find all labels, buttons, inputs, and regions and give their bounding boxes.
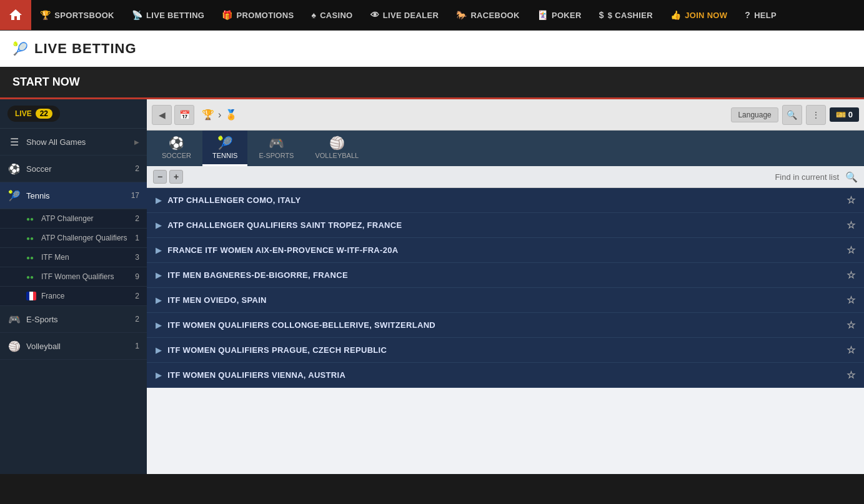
nav-racebook[interactable]: 🐎 RACEBOOK (447, 0, 529, 30)
tab-esports[interactable]: 🎮 E-Sports (249, 131, 304, 166)
itf-women-qualifiers-dot: ●● (26, 273, 36, 280)
table-row[interactable]: ▶ ITF MEN OVIEDO, SPAIN ☆ (147, 288, 864, 313)
live-betting-icon: 📡 (132, 10, 142, 20)
table-row[interactable]: ▶ ITF WOMEN QUALIFIERS COLLONGE-BELLERIV… (147, 313, 864, 338)
tennis-icon: 🎾 (7, 189, 21, 202)
bet-count-badge[interactable]: 🎫 0 (830, 107, 859, 122)
sportsbook-icon: 🏆 (40, 10, 51, 20)
nav-poker[interactable]: 🃏 POKER (529, 0, 590, 30)
more-options-button[interactable]: ⋮ (806, 105, 826, 125)
table-row[interactable]: ▶ ITF WOMEN QUALIFIERS VIENNA, AUSTRIA ☆ (147, 363, 864, 388)
favorite-star-icon[interactable]: ☆ (847, 219, 855, 231)
nav-live-betting[interactable]: 📡 LIVE BETTING (123, 0, 213, 30)
sidebar-item-soccer[interactable]: ⚽ Soccer 2 (0, 156, 147, 182)
page-title: LIVE BETTING (34, 41, 137, 57)
expand-button[interactable]: + (169, 170, 183, 184)
nav-live-dealer[interactable]: 👁 LIVE DEALER (362, 0, 448, 30)
tennis-tab-icon: 🎾 (217, 136, 233, 151)
language-button[interactable]: Language (731, 107, 778, 122)
search-button[interactable]: 🔍 (782, 105, 802, 125)
table-row[interactable]: ▶ ITF MEN BAGNERES-DE-BIGORRE, FRANCE ☆ (147, 263, 864, 288)
top-nav: 🏆 SPORTSBOOK 📡 LIVE BETTING 🎁 PROMOTIONS… (0, 0, 864, 31)
table-row[interactable]: ▶ FRANCE ITF WOMEN AIX-EN-PROVENCE W-ITF… (147, 238, 864, 263)
sidebar-sub-itf-men[interactable]: ●● ITF Men 3 (0, 248, 147, 267)
table-row[interactable]: ▶ ATP CHALLENGER QUALIFIERS SAINT TROPEZ… (147, 213, 864, 238)
breadcrumb-trophy-icon: 🏆 (202, 109, 214, 121)
favorite-star-icon[interactable]: ☆ (847, 294, 855, 306)
favorite-star-icon[interactable]: ☆ (847, 369, 855, 381)
tab-soccer[interactable]: ⚽ Soccer (152, 131, 201, 166)
breadcrumb-separator: › (218, 109, 221, 121)
calendar-button[interactable]: 📅 (174, 105, 194, 125)
live-label: Live (15, 109, 32, 118)
nav-promotions[interactable]: 🎁 PROMOTIONS (213, 0, 302, 30)
show-all-games-icon: ☰ (7, 135, 21, 149)
find-search-icon[interactable]: 🔍 (845, 171, 858, 183)
breadcrumb-tennis-icon: 🏅 (225, 109, 237, 121)
sidebar-item-volleyball[interactable]: 🏐 Volleyball 1 (0, 333, 147, 360)
nav-cashier[interactable]: $ $ CASHIER (590, 0, 662, 30)
row-arrow-icon: ▶ (156, 221, 161, 230)
sidebar: Live 22 ☰ Show All Games ▶ ⚽ Soccer 2 🎾 … (0, 99, 147, 474)
sport-tabs: ⚽ Soccer 🎾 Tennis 🎮 E-Sports 🏐 Volleybal… (147, 131, 864, 166)
live-count: 22 (36, 109, 52, 119)
poker-icon: 🃏 (537, 10, 548, 20)
nav-sportsbook[interactable]: 🏆 SPORTSBOOK (31, 0, 123, 30)
favorite-star-icon[interactable]: ☆ (847, 244, 855, 256)
row-arrow-icon: ▶ (156, 321, 161, 330)
soccer-tab-icon: ⚽ (169, 136, 184, 151)
soccer-icon: ⚽ (7, 162, 21, 175)
sidebar-sub-france[interactable]: France 2 (0, 287, 147, 306)
sidebar-item-tennis[interactable]: 🎾 Tennis 17 (0, 182, 147, 209)
table-row[interactable]: ▶ ATP CHALLENGER COMO, ITALY ☆ (147, 188, 864, 213)
main-content: Live 22 ☰ Show All Games ▶ ⚽ Soccer 2 🎾 … (0, 99, 864, 474)
back-button[interactable]: ◀ (152, 105, 172, 125)
toolbar-right: Language 🔍 ⋮ 🎫 0 (731, 105, 859, 125)
favorite-star-icon[interactable]: ☆ (847, 269, 855, 281)
live-badge: Live 22 (7, 106, 60, 122)
atp-challenger-dot: ●● (26, 215, 36, 222)
esports-tab-icon: 🎮 (269, 136, 284, 151)
live-dealer-icon: 👁 (370, 10, 379, 20)
nav-help[interactable]: ? HELP (736, 0, 785, 30)
sidebar-sub-atp-challenger[interactable]: ●● ATP Challenger 2 (0, 209, 147, 229)
live-betting-header-icon: 🎾 (12, 41, 28, 56)
list-controls: − + Find in current list 🔍 (147, 166, 864, 188)
join-now-icon: 👍 (670, 10, 681, 20)
home-button[interactable] (0, 0, 31, 30)
favorite-star-icon[interactable]: ☆ (847, 194, 855, 206)
start-now-banner: START NOW (0, 67, 864, 99)
table-row[interactable]: ▶ ITF WOMEN QUALIFIERS PRAGUE, CZECH REP… (147, 338, 864, 363)
tab-tennis[interactable]: 🎾 Tennis (202, 131, 247, 166)
volleyball-tab-icon: 🏐 (329, 136, 345, 151)
live-badge-container: Live 22 (0, 99, 147, 129)
row-arrow-icon: ▶ (156, 346, 161, 355)
match-list: ▶ ATP CHALLENGER COMO, ITALY ☆ ▶ ATP CHA… (147, 188, 864, 474)
collapse-button[interactable]: − (153, 170, 167, 184)
right-panel: ◀ 📅 🏆 › 🏅 Language 🔍 ⋮ 🎫 0 (147, 99, 864, 474)
row-arrow-icon: ▶ (156, 371, 161, 380)
help-icon: ? (745, 10, 750, 20)
casino-icon: ♠ (311, 10, 316, 20)
nav-join-now[interactable]: 👍 JOIN NOW (662, 0, 736, 30)
bet-slip-icon: 🎫 (836, 110, 846, 119)
sidebar-item-esports[interactable]: 🎮 E-Sports 2 (0, 306, 147, 333)
row-arrow-icon: ▶ (156, 296, 161, 305)
atp-qualifier-dot: ●● (26, 234, 36, 242)
sidebar-sub-itf-women-qualifiers[interactable]: ●● ITF Women Qualifiers 9 (0, 267, 147, 287)
sidebar-sub-atp-qualifier[interactable]: ●● ATP Challenger Qualifiers 1 (0, 229, 147, 248)
volleyball-icon: 🏐 (7, 339, 21, 353)
tab-volleyball[interactable]: 🏐 Volleyball (305, 131, 369, 166)
esports-icon: 🎮 (7, 312, 21, 326)
show-all-arrow-icon: ▶ (134, 139, 139, 146)
favorite-star-icon[interactable]: ☆ (847, 344, 855, 356)
nav-casino[interactable]: ♠ CASINO (302, 0, 361, 30)
show-all-games-item[interactable]: ☰ Show All Games ▶ (0, 129, 147, 156)
toolbar: ◀ 📅 🏆 › 🏅 Language 🔍 ⋮ 🎫 0 (147, 99, 864, 131)
favorite-star-icon[interactable]: ☆ (847, 319, 855, 331)
cashier-icon: $ (599, 10, 604, 20)
find-label: Find in current list (775, 172, 839, 182)
page-header: 🎾 LIVE BETTING (0, 31, 864, 67)
france-flag-icon (26, 292, 36, 300)
row-arrow-icon: ▶ (156, 196, 161, 205)
